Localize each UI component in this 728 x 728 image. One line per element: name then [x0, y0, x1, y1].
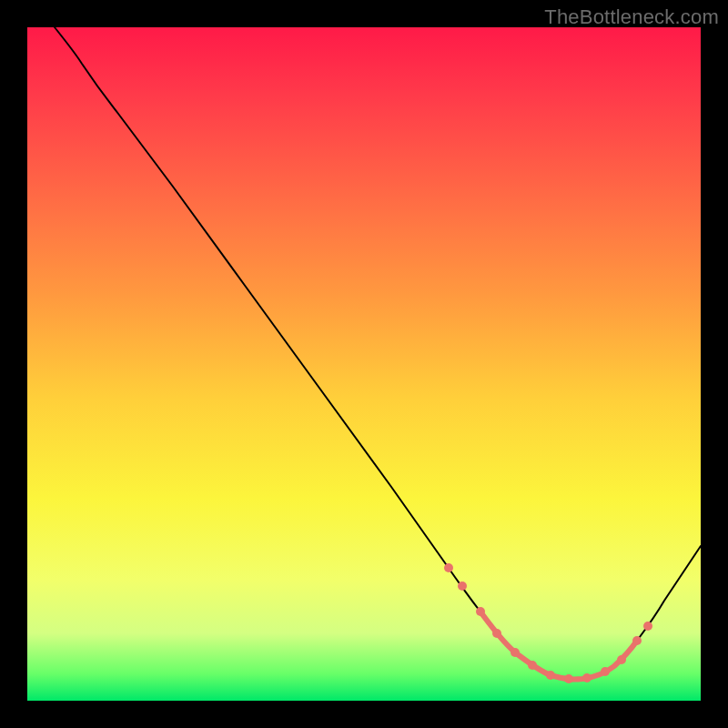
optimal-dot [528, 661, 537, 670]
optimal-dot [601, 667, 610, 676]
bottleneck-curve-svg [27, 27, 701, 701]
optimal-dot [511, 648, 520, 657]
optimal-dot [632, 636, 642, 645]
chart-frame: TheBottleneck.com [0, 0, 728, 728]
bottleneck-curve-line [55, 27, 701, 680]
optimal-dot [444, 563, 453, 572]
optimal-dot [492, 629, 501, 638]
optimal-dot [582, 673, 592, 682]
optimal-dot [458, 581, 467, 591]
optimal-dot [643, 622, 652, 631]
optimal-range-segment [482, 614, 637, 680]
optimal-dot [476, 607, 485, 616]
optimal-dot [564, 674, 573, 683]
optimal-dot [617, 655, 626, 664]
optimal-dot [546, 671, 555, 680]
watermark-text: TheBottleneck.com [544, 5, 719, 29]
